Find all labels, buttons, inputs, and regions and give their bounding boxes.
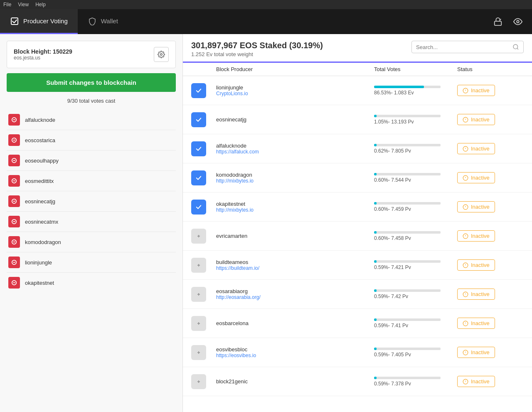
block-node: eos.jesta.us (14, 55, 72, 61)
producer-name: eosninecatjg (216, 116, 374, 123)
producer-info: eosninecatjg (216, 116, 374, 123)
info-icon (463, 146, 468, 152)
votes-bar-fill (374, 260, 377, 263)
status-cell: Inactive (457, 114, 524, 125)
remove-vote-button[interactable] (8, 114, 20, 126)
producer-checkbox[interactable] (191, 83, 206, 98)
status-badge[interactable]: Inactive (457, 201, 495, 212)
eye-icon[interactable] (510, 14, 525, 29)
vote-item-name: eosmedittitx (25, 178, 54, 184)
status-cell: Inactive (457, 85, 524, 96)
header-block-producer: Block Producer (216, 66, 374, 72)
lock-icon[interactable] (490, 14, 505, 29)
tab-wallet[interactable]: Wallet (78, 9, 128, 34)
info-icon (463, 291, 468, 297)
status-label: Inactive (471, 349, 490, 355)
producer-checkbox[interactable] (191, 229, 206, 244)
producer-info: buildteameos https://buildteam.io/ (216, 259, 374, 271)
status-badge[interactable]: Inactive (457, 376, 495, 387)
status-label: Inactive (471, 87, 490, 94)
status-label: Inactive (471, 320, 490, 326)
menu-file[interactable]: File (3, 2, 11, 7)
status-label: Inactive (471, 204, 490, 210)
table-row: alfalucknode https://alfaluck.com 0.62%-… (183, 134, 532, 163)
vote-item: alfalucknode (7, 110, 176, 130)
status-badge[interactable]: Inactive (457, 230, 495, 242)
status-badge[interactable]: Inactive (457, 347, 495, 358)
search-input[interactable] (416, 44, 509, 50)
menu-view[interactable]: View (18, 2, 29, 7)
votes-bar-fill (374, 173, 377, 175)
status-badge[interactable]: Inactive (457, 289, 495, 300)
search-icon (512, 44, 519, 50)
producer-name: eosarabiaorg (216, 288, 374, 294)
votes-bar-fill (374, 377, 377, 379)
votes-bar-bg (374, 348, 441, 350)
votes-bar-bg (374, 289, 441, 292)
submit-button[interactable]: Submit changes to blockchain (7, 73, 176, 92)
producer-info: alfalucknode https://alfaluck.com (216, 143, 374, 155)
remove-vote-button[interactable] (8, 175, 20, 187)
votes-cell: 0.59%- 7.421 Pv (374, 260, 457, 270)
status-badge[interactable]: Inactive (457, 172, 495, 183)
left-panel: Block Height: 150229 eos.jesta.us Submit… (0, 34, 183, 412)
remove-vote-button[interactable] (8, 257, 20, 268)
remove-vote-button[interactable] (8, 236, 20, 248)
producer-checkbox[interactable] (191, 170, 206, 185)
tab-wallet-label: Wallet (101, 17, 118, 25)
status-badge[interactable]: Inactive (457, 318, 495, 329)
tab-producer-voting[interactable]: Producer Voting (0, 9, 78, 34)
producer-info: eosarabiaorg http://eosarabia.org/ (216, 288, 374, 300)
vote-item: eoscostarica (7, 130, 176, 150)
producer-info: evricamarten (216, 233, 374, 239)
shield-icon (88, 17, 97, 26)
producer-checkbox[interactable] (191, 287, 206, 302)
votes-bar-bg (374, 231, 441, 234)
status-badge[interactable]: Inactive (457, 259, 495, 271)
status-cell: Inactive (457, 172, 524, 183)
block-info-text: Block Height: 150229 eos.jesta.us (14, 48, 72, 61)
votes-cell: 86.53%- 1.083 Ev (374, 86, 457, 96)
producer-checkbox[interactable] (191, 345, 206, 360)
remove-vote-button[interactable] (8, 155, 20, 166)
remove-vote-button[interactable] (8, 277, 20, 289)
status-label: Inactive (471, 291, 490, 297)
remove-vote-button[interactable] (8, 134, 20, 146)
votes-bar-bg (374, 377, 441, 379)
status-badge[interactable]: Inactive (457, 85, 495, 96)
votes-bar-fill (374, 348, 377, 350)
status-badge[interactable]: Inactive (457, 114, 495, 125)
producer-checkbox[interactable] (191, 141, 206, 156)
votes-cell: 0.60%- 7.458 Pv (374, 231, 457, 241)
votes-pct: 0.62%- 7.805 Pv (374, 148, 457, 154)
table-row: lioninjungle CryptoLions.io 86.53%- 1.08… (183, 76, 532, 105)
producer-url: http://mixbytes.io (216, 207, 374, 213)
menu-help[interactable]: Help (35, 2, 46, 7)
settings-button[interactable] (154, 47, 169, 62)
checkbox-icon (10, 17, 19, 26)
votes-cell: 0.62%- 7.805 Pv (374, 144, 457, 154)
producer-checkbox[interactable] (191, 112, 206, 127)
vote-item-name: alfalucknode (25, 117, 55, 123)
remove-vote-button[interactable] (8, 216, 20, 227)
vote-item: komododragon (7, 232, 176, 252)
votes-pct: 1.05%- 13.193 Pv (374, 119, 457, 125)
producer-checkbox[interactable] (191, 374, 206, 389)
producer-url: https://eosvibes.io (216, 353, 374, 358)
producer-checkbox[interactable] (191, 258, 206, 273)
producer-checkbox[interactable] (191, 200, 206, 215)
table-row: block21genic 0.59%- 7.378 Pv Inactive (183, 367, 532, 396)
votes-pct: 86.53%- 1.083 Ev (374, 90, 457, 96)
search-box[interactable] (411, 41, 524, 53)
votes-bar-fill (374, 289, 377, 292)
votes-bar-bg (374, 115, 441, 117)
votes-bar-fill (374, 144, 377, 146)
producer-checkbox[interactable] (191, 316, 206, 331)
status-badge[interactable]: Inactive (457, 143, 495, 154)
right-header: 301,897,967 EOS Staked (30.19%) 1.252 Ev… (183, 34, 532, 63)
votes-bar-fill (374, 231, 377, 234)
tab-producer-voting-label: Producer Voting (23, 17, 68, 25)
remove-vote-button[interactable] (8, 195, 20, 207)
block-info-box: Block Height: 150229 eos.jesta.us (7, 41, 176, 68)
right-panel: 301,897,967 EOS Staked (30.19%) 1.252 Ev… (183, 34, 532, 412)
